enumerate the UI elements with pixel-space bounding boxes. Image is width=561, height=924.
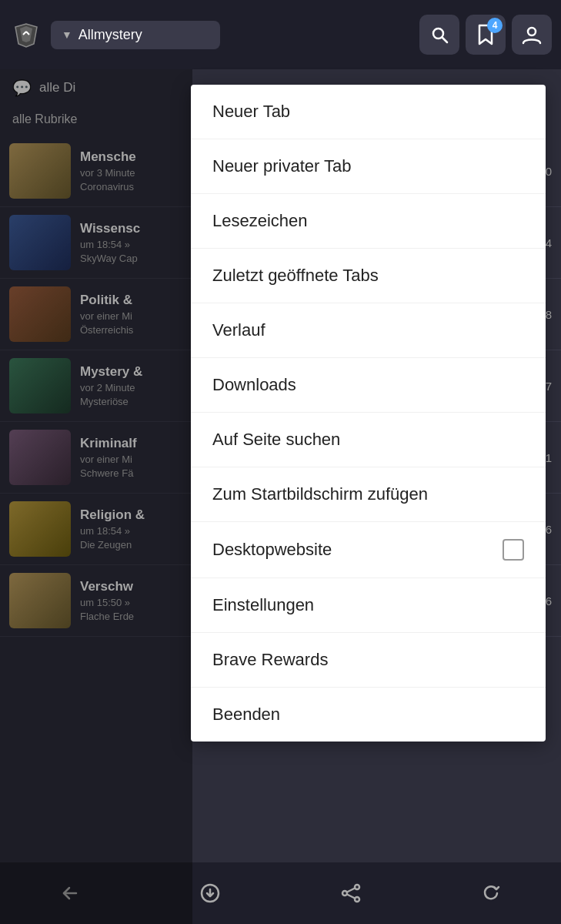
menu-item-label: Zum Startbildschirm zufügen (212, 484, 428, 504)
menu-item-label: Zuletzt geöffnete Tabs (212, 266, 379, 286)
tab-label: Allmystery (78, 27, 142, 43)
menu-item-auf-seite-suchen[interactable]: Auf Seite suchen (191, 413, 546, 467)
svg-point-7 (528, 28, 536, 35)
menu-item-label: Verlauf (212, 320, 265, 340)
menu-item-zum-startbildschirm[interactable]: Zum Startbildschirm zufügen (191, 467, 546, 522)
menu-item-neuer-tab[interactable]: Neuer Tab (191, 85, 546, 139)
search-button[interactable] (419, 15, 459, 55)
menu-item-label: Downloads (212, 375, 296, 395)
menu-item-label: Neuer Tab (212, 102, 290, 122)
top-bar: ▼ Allmystery 4 (0, 0, 561, 69)
tab-dropdown[interactable]: ▼ Allmystery (51, 21, 220, 49)
menu-item-brave-rewards[interactable]: Brave Rewards (191, 633, 546, 688)
menu-item-neuer-privater-tab[interactable]: Neuer privater Tab (191, 139, 546, 194)
dropdown-arrow-icon: ▼ (62, 28, 72, 41)
refresh-button[interactable] (468, 870, 514, 916)
menu-item-label: Neuer privater Tab (212, 156, 352, 176)
menu-item-label: Einstellungen (212, 595, 314, 615)
bookmark-button[interactable]: 4 (466, 15, 506, 55)
share-button[interactable] (328, 870, 374, 916)
menu-item-label: Brave Rewards (212, 650, 328, 670)
menu-item-zuletzt-geoeffnete-tabs[interactable]: Zuletzt geöffnete Tabs (191, 249, 546, 303)
menu-item-desktopwebsite[interactable]: Desktopwebsite (191, 522, 546, 578)
menu-item-downloads[interactable]: Downloads (191, 358, 546, 413)
menu-item-einstellungen[interactable]: Einstellungen (191, 578, 546, 633)
top-bar-icons: 4 (419, 15, 552, 55)
menu-item-label: Beenden (212, 705, 280, 725)
menu-item-lesezeichen[interactable]: Lesezeichen (191, 194, 546, 249)
svg-line-14 (347, 889, 355, 892)
download-button[interactable] (187, 870, 233, 916)
svg-line-15 (347, 895, 355, 899)
svg-line-6 (442, 38, 448, 43)
menu-item-label: Desktopwebsite (212, 540, 332, 560)
context-menu: Neuer Tab Neuer privater Tab Lesezeichen… (191, 85, 546, 742)
bookmark-badge: 4 (487, 18, 503, 33)
profile-button[interactable] (512, 15, 552, 55)
menu-item-label: Auf Seite suchen (212, 430, 340, 450)
menu-item-verlauf[interactable]: Verlauf (191, 303, 546, 358)
menu-item-label: Lesezeichen (212, 211, 308, 231)
brave-logo (9, 18, 43, 52)
desktopwebsite-checkbox[interactable] (503, 539, 524, 561)
overlay-dim (0, 69, 192, 924)
menu-item-beenden[interactable]: Beenden (191, 688, 546, 742)
